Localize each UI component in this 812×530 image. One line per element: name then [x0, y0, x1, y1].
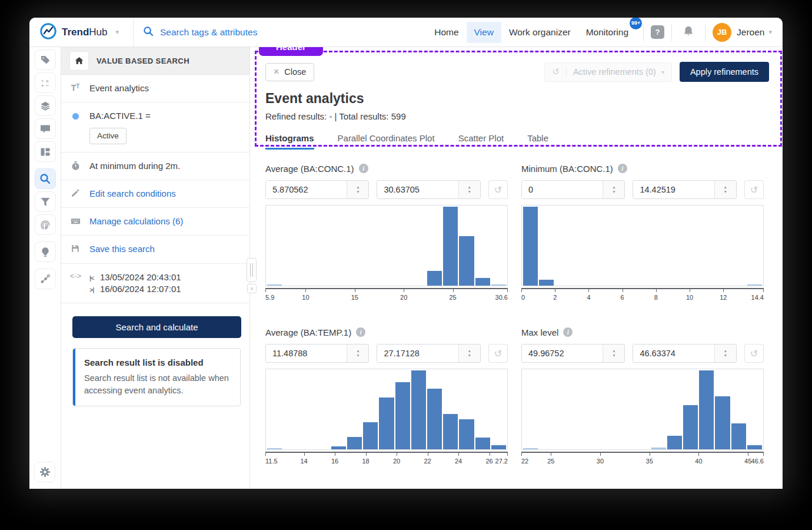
rail-insights-button[interactable] — [35, 241, 56, 262]
histogram-bar[interactable] — [267, 448, 282, 449]
rail-graph-button[interactable] — [35, 269, 56, 289]
histogram-bar[interactable] — [731, 423, 746, 449]
close-button[interactable]: × Close — [265, 63, 314, 81]
panel-resize-handle[interactable] — [247, 258, 257, 282]
chevron-down-icon[interactable]: ▾ — [115, 28, 119, 36]
rail-search-button[interactable] — [35, 168, 56, 189]
stepper-arrows-icon[interactable]: ▴▾ — [458, 181, 480, 198]
manage-calculations-row[interactable]: Manage calculations (6) — [61, 208, 249, 236]
histogram-bar[interactable] — [459, 419, 474, 449]
bell-icon[interactable] — [683, 25, 694, 39]
rail-layers-button[interactable] — [35, 95, 56, 116]
panel-collapse-button[interactable]: × — [247, 284, 257, 293]
histogram-bar[interactable] — [459, 236, 474, 286]
histogram-bar[interactable] — [747, 284, 762, 286]
histogram-bar[interactable] — [491, 445, 506, 449]
tab-table[interactable]: Table — [527, 133, 548, 150]
tab-scatter-plot[interactable]: Scatter Plot — [458, 133, 504, 150]
apply-refinements-button[interactable]: Apply refinements — [680, 62, 769, 82]
histogram-bar[interactable] — [347, 437, 362, 449]
histogram-bar[interactable] — [523, 207, 538, 286]
stepper-arrows-icon[interactable]: ▴▾ — [714, 344, 736, 362]
stepper-arrows-icon[interactable]: ▴▾ — [347, 181, 368, 198]
tab-parallel-coordinates-plot[interactable]: Parallel Coordinates Plot — [338, 133, 435, 150]
histogram-min-field[interactable]: ▴▾ — [521, 180, 625, 199]
histogram-max-field[interactable]: ▴▾ — [377, 180, 480, 199]
info-icon[interactable]: i — [359, 164, 368, 173]
save-this-search-link[interactable]: Save this search — [89, 243, 155, 255]
histogram-max-input[interactable] — [377, 181, 458, 198]
rail-calculations-button[interactable]: ÷×+− — [35, 72, 56, 93]
stepper-arrows-icon[interactable]: ▴▾ — [603, 344, 624, 362]
active-refinements-dropdown[interactable]: ↺ Active refinements (0) ▾ — [544, 62, 672, 82]
histogram-bar[interactable] — [443, 414, 458, 449]
rail-fingerprint-button[interactable] — [35, 214, 56, 235]
stepper-arrows-icon[interactable]: ▴▾ — [347, 344, 368, 362]
info-icon[interactable]: i — [563, 327, 573, 337]
brand[interactable]: TrendHub ▾ — [29, 18, 134, 47]
nav-monitoring[interactable]: Monitoring 99+ — [578, 22, 636, 43]
histogram-bar[interactable] — [475, 278, 490, 286]
histogram-bar[interactable] — [395, 382, 410, 449]
edit-conditions-row[interactable]: Edit search conditions — [61, 180, 249, 208]
histogram-bar[interactable] — [667, 436, 682, 449]
histogram-bar[interactable] — [427, 389, 442, 449]
histogram-bar[interactable] — [699, 370, 714, 449]
histogram-reset-button[interactable]: ↺ — [488, 180, 508, 199]
histogram-bar[interactable] — [427, 271, 442, 286]
histogram-bar[interactable] — [443, 207, 458, 286]
histogram-bar[interactable] — [475, 438, 490, 449]
user-name[interactable]: Jeroen — [737, 27, 764, 38]
chevron-down-icon[interactable]: ▾ — [768, 28, 772, 36]
histogram-min-input[interactable] — [522, 344, 603, 362]
histogram-max-field[interactable]: ▴▾ — [633, 180, 736, 199]
manage-calculations-link[interactable]: Manage calculations (6) — [89, 216, 183, 227]
histogram-min-input[interactable] — [522, 181, 603, 198]
nav-work-organizer[interactable]: Work organizer — [501, 22, 578, 43]
stepper-arrows-icon[interactable]: ▴▾ — [458, 344, 480, 362]
info-icon[interactable]: i — [356, 327, 365, 337]
rail-comments-button[interactable] — [35, 118, 56, 139]
histogram-reset-button[interactable]: ↺ — [744, 180, 764, 199]
histogram-min-field[interactable]: ▴▾ — [265, 344, 369, 363]
histogram-bar[interactable] — [523, 448, 538, 449]
histogram-reset-button[interactable]: ↺ — [744, 344, 764, 363]
histogram-min-field[interactable]: ▴▾ — [265, 180, 369, 199]
histogram-bar[interactable] — [379, 398, 394, 449]
histogram-bar[interactable] — [539, 280, 554, 286]
search-and-calculate-button[interactable]: Search and calculate — [72, 316, 241, 338]
histogram-max-input[interactable] — [377, 344, 458, 362]
histogram-max-field[interactable]: ▴▾ — [377, 344, 480, 363]
histogram-bar[interactable] — [411, 370, 426, 449]
histogram-chart[interactable] — [521, 369, 764, 450]
histogram-chart[interactable] — [521, 205, 764, 286]
nav-home[interactable]: Home — [427, 22, 466, 43]
histogram-bar[interactable] — [747, 445, 762, 449]
panel-home-button[interactable] — [69, 51, 89, 71]
histogram-bar[interactable] — [363, 422, 378, 449]
rail-filter-button[interactable] — [35, 191, 56, 212]
stepper-arrows-icon[interactable]: ▴▾ — [714, 181, 736, 198]
histogram-max-input[interactable] — [633, 344, 714, 362]
histogram-bar[interactable] — [651, 448, 666, 449]
tab-histograms[interactable]: Histograms — [265, 133, 314, 150]
histogram-bar[interactable] — [491, 284, 506, 286]
search-input[interactable] — [159, 26, 300, 38]
histogram-chart[interactable] — [265, 369, 508, 450]
histogram-bar[interactable] — [331, 446, 346, 449]
histogram-max-input[interactable] — [633, 181, 714, 198]
histogram-min-input[interactable] — [266, 344, 347, 362]
rail-tags-button[interactable] — [35, 49, 56, 70]
edit-search-conditions-link[interactable]: Edit search conditions — [89, 188, 176, 200]
histogram-min-input[interactable] — [266, 181, 347, 198]
histogram-max-field[interactable]: ▴▾ — [633, 344, 736, 363]
info-icon[interactable]: i — [618, 164, 627, 173]
nav-view[interactable]: View — [467, 22, 501, 43]
histogram-min-field[interactable]: ▴▾ — [521, 344, 625, 363]
histogram-bar[interactable] — [715, 396, 730, 449]
settings-gear-button[interactable] — [34, 462, 55, 482]
histogram-reset-button[interactable]: ↺ — [488, 344, 508, 363]
histogram-chart[interactable] — [265, 205, 508, 286]
help-icon[interactable]: ? — [651, 25, 664, 39]
save-search-row[interactable]: Save this search — [61, 236, 249, 263]
